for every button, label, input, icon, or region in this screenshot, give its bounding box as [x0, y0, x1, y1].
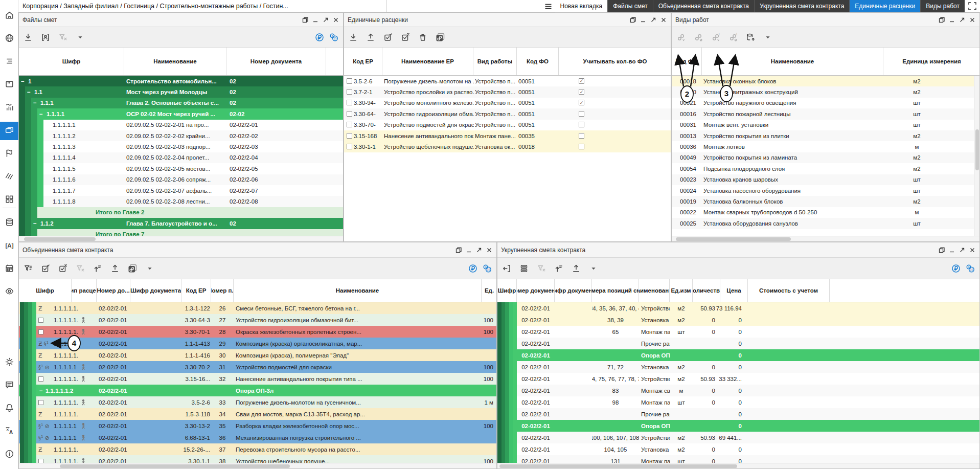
export-icon[interactable] — [571, 263, 581, 274]
column-header[interactable]: Ед.изм — [670, 279, 693, 302]
sidebar-item-brightness[interactable] — [0, 353, 18, 372]
row-checkbox[interactable] — [347, 133, 352, 139]
table-row[interactable]: Итого по Главе 7 — [19, 229, 343, 236]
column-header[interactable]: Наименование — [639, 279, 670, 302]
sidebar-item-database[interactable] — [0, 214, 18, 232]
restore-icon[interactable] — [939, 17, 945, 23]
tab-2[interactable]: Объединенная смета контракта — [653, 0, 754, 12]
restore-icon[interactable] — [455, 247, 462, 253]
table-row[interactable]: 00023Установка кранов шаровыхшт — [672, 174, 979, 185]
close-icon[interactable] — [333, 17, 339, 23]
table-row[interactable]: 00021Устройство наружного освещенияшт — [672, 98, 979, 108]
row-checkbox[interactable] — [347, 100, 352, 105]
ruble-icon[interactable] — [951, 263, 961, 274]
count-checkbox[interactable] — [579, 144, 584, 149]
table-row[interactable]: 3.5-2-6Погружение дизель-молотом на ...У… — [344, 76, 671, 86]
table-row[interactable]: Ƶ1.1.1.1.1.202-02/2-011.5-3-11834Сваи дл… — [19, 408, 496, 420]
tab-4[interactable]: Единичные расценки — [849, 0, 920, 12]
sidebar-item-info[interactable] — [0, 445, 18, 464]
table-row[interactable]: 1.1.1.1.202.09.02.5 02-02-2-02 крайни...… — [19, 130, 343, 141]
count-checkbox[interactable]: ✓ — [579, 100, 584, 105]
tab-3[interactable]: Укрупненная смета контракта — [754, 0, 849, 12]
column-header[interactable]: Наименование ЕР — [382, 48, 473, 75]
table-row[interactable]: 1.1.1.1.402.09.02.5 02-02-2-04 пролет...… — [19, 152, 343, 163]
deselect-all-icon[interactable] — [400, 32, 411, 42]
ruble-icon[interactable] — [314, 32, 325, 42]
row-checkbox[interactable] — [347, 144, 352, 149]
column-header[interactable]: Стоимость с учетом — [748, 279, 830, 302]
column-header[interactable]: Код ЕР — [344, 48, 382, 75]
db-export-icon[interactable] — [745, 32, 756, 42]
tab-5[interactable]: Виды работ — [920, 0, 965, 12]
column-header[interactable]: Номер до... — [97, 279, 130, 302]
sidebar-item-globe[interactable] — [0, 30, 18, 48]
row-checkbox[interactable] — [347, 111, 352, 117]
column-header[interactable]: Количество — [693, 279, 720, 302]
column-header[interactable]: Шифр документа — [555, 279, 592, 302]
table-row[interactable]: 00054Подсыпка плодородного слоям2 — [672, 163, 979, 174]
column-header[interactable]: Шифр документа — [130, 279, 181, 302]
close-icon[interactable] — [969, 247, 975, 253]
table-row[interactable]: Ƶ1.1.1.1.1.102-02/2-011.3-1-12226Смеси б… — [19, 302, 496, 314]
horizontal-scrollbar[interactable] — [672, 236, 979, 241]
table-row[interactable]: 00013Устройство покрытия из плитким2 — [672, 130, 979, 141]
table-row[interactable]: 1.1.1.1.802.09.02.5 02-02-2-08 лестни...… — [19, 196, 343, 207]
column-header[interactable]: Номер п... — [211, 279, 234, 302]
close-icon[interactable] — [486, 247, 492, 253]
table-row[interactable]: 00049Устройство покрытия из ламинатам2 — [672, 152, 979, 163]
table-row[interactable]: 02-02/2-0198Монтаж панели ...шт00 — [497, 396, 979, 408]
deselect-all-icon[interactable] — [58, 263, 68, 274]
maximize-icon[interactable] — [959, 17, 965, 23]
registry-icon[interactable] — [519, 263, 529, 274]
column-header[interactable]: Тип расце... — [72, 279, 97, 302]
column-header[interactable]: Шифр — [19, 48, 124, 75]
expand-tabs-icon[interactable] — [968, 2, 977, 13]
table-row[interactable]: 1.1.1.1.702.09.02.5 02-02-2-07 асфаль...… — [19, 185, 343, 196]
restore-icon[interactable] — [630, 17, 636, 23]
column-header[interactable]: Наименование — [124, 48, 226, 75]
column-header[interactable]: Ед. — [482, 279, 497, 302]
table-row[interactable]: 1.1.1.1.102.09.02.5 02-02-2-01 на про...… — [19, 120, 343, 130]
column-header[interactable]: Код ФО — [672, 48, 702, 75]
table-row[interactable]: 1.1.1.1.1.102-02/2-013.15-16...32Нанесен… — [19, 373, 496, 385]
table-row[interactable]: −1.1.1.1ОСР 02-02 Мост через ручей ...02… — [19, 108, 343, 119]
table-row[interactable]: 02-02/2-0138, 39Установка окон...м200 — [497, 314, 979, 326]
coins-icon[interactable]: 010 — [965, 263, 975, 274]
dropdown-icon[interactable] — [75, 32, 85, 42]
import-icon[interactable] — [348, 32, 358, 42]
import-icon[interactable] — [23, 32, 33, 42]
column-header[interactable]: Единица измерения — [883, 48, 980, 75]
table-row[interactable]: 02-02/2-0133, 34, 35, 36, 37, 40, 41,...… — [497, 302, 979, 314]
row-checkbox[interactable] — [347, 122, 352, 127]
sidebar-item-flag[interactable] — [0, 145, 18, 163]
person-search-icon[interactable] — [40, 32, 51, 42]
minimize-icon[interactable] — [312, 17, 318, 23]
export-icon[interactable] — [110, 263, 120, 274]
table-row[interactable]: 02-02/2-01131Монтаж панели ...шт00 — [497, 455, 979, 463]
maximize-icon[interactable] — [650, 17, 656, 23]
table-row[interactable]: 1.1.1.1.502.09.02.5 02-02-2-05 мостов...… — [19, 163, 343, 174]
table-row[interactable]: 00036Монтаж лотковм — [672, 141, 979, 152]
table-row[interactable]: 1.1.1.1.1.102-02/2-013.30-70-128Окраска … — [19, 326, 496, 338]
table-row[interactable]: 02-02/2-0173, 74, 75, 76, 77, 78, 79, ..… — [497, 373, 979, 385]
tab-1[interactable]: Файлы смет — [607, 0, 652, 12]
table-row[interactable]: 00016Устройство пожарной лестницышт — [672, 108, 979, 119]
column-header[interactable]: Наименование — [702, 48, 883, 75]
dropdown-icon[interactable] — [588, 263, 599, 274]
exit-icon[interactable] — [502, 263, 512, 274]
column-header[interactable]: Код ЕР — [181, 279, 211, 302]
column-header[interactable]: Шифр — [19, 279, 72, 302]
filter-settings-icon[interactable] — [23, 263, 33, 274]
collapse-up-icon[interactable] — [93, 263, 103, 274]
close-icon[interactable] — [660, 17, 667, 23]
sidebar-item-calendar[interactable] — [0, 260, 18, 278]
table-row[interactable]: −1Строительство автомобильн...02 — [19, 76, 343, 86]
link-badge-icon[interactable] — [435, 32, 445, 42]
select-all-icon[interactable] — [40, 263, 51, 274]
sidebar-item-glossary[interactable]: [A] — [0, 237, 18, 255]
export-icon[interactable] — [366, 32, 376, 42]
delete-icon[interactable] — [418, 32, 428, 42]
table-row[interactable]: −1.1.1.1.1.202-02/2-01Опора ОП-3л — [19, 385, 496, 396]
table-row[interactable]: 00022Монтаж сварных трубопроводов d 50-2… — [672, 207, 979, 218]
sidebar-item-documents[interactable] — [0, 122, 18, 140]
